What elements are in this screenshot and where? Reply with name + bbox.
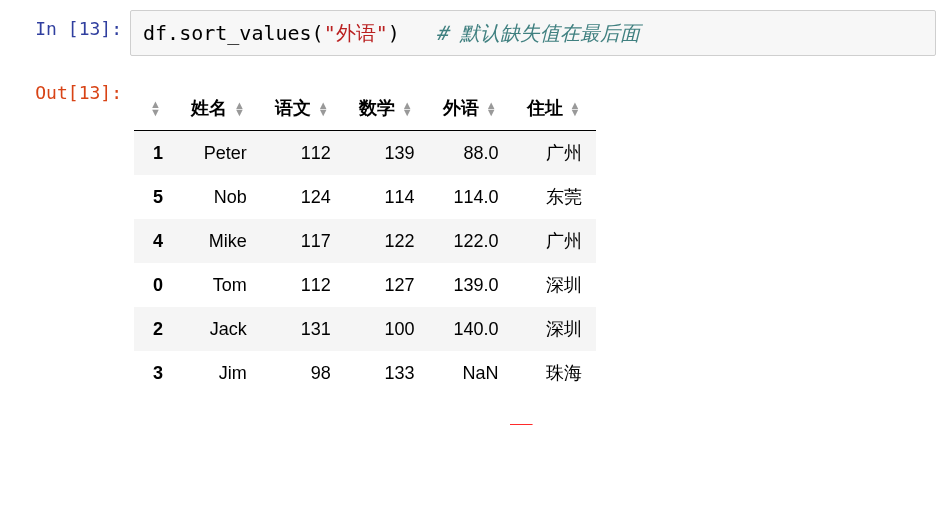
output-area: ▲▼姓名 ▲▼语文 ▲▼数学 ▲▼外语 ▲▼住址 ▲▼ 1Peter112139… [130,74,936,395]
table-cell: 广州 [513,219,597,263]
prompt-in-number: 13 [79,18,101,39]
table-cell: 112 [261,263,345,307]
prompt-in-prefix: In [ [35,18,78,39]
table-cell: 140.0 [429,307,513,351]
col-header-label: 语文 [275,98,311,118]
table-row: 2Jack131100140.0深圳 [134,307,596,351]
prompt-out-number: 13 [79,82,101,103]
table-cell: 117 [261,219,345,263]
code-token-func: sort_values [179,21,311,45]
code-token-dot: . [167,21,179,45]
table-cell: 131 [261,307,345,351]
table-cell: 深圳 [513,263,597,307]
table-row: 5Nob124114114.0东莞 [134,175,596,219]
col-header-label: 数学 [359,98,395,118]
sort-arrows-icon: ▲▼ [148,101,163,116]
table-cell: 88.0 [429,131,513,176]
col-header[interactable]: 数学 ▲▼ [345,86,429,131]
table-cell: 114 [345,175,429,219]
output-prompt: Out[13]: [0,74,130,103]
code-token-string-arg: "外语" [324,21,388,45]
col-header-label: 住址 [527,98,563,118]
col-header[interactable]: 住址 ▲▼ [513,86,597,131]
row-index: 5 [134,175,177,219]
table-row: 1Peter11213988.0广州 [134,131,596,176]
prompt-out-prefix: Out[ [35,82,78,103]
col-header-index[interactable]: ▲▼ [134,86,177,131]
code-input[interactable]: df.sort_values("外语") # 默认缺失值在最后面 [130,10,936,56]
table-cell: Tom [177,263,261,307]
code-token-lparen: ( [312,21,324,45]
sort-arrows-icon: ▲▼ [400,102,415,117]
output-cell: Out[13]: ▲▼姓名 ▲▼语文 ▲▼数学 ▲▼外语 ▲▼住址 ▲▼ 1Pe… [0,74,936,395]
table-cell: 122 [345,219,429,263]
table-cell: 133 [345,351,429,395]
input-cell: In [13]: df.sort_values("外语") # 默认缺失值在最后… [0,10,936,56]
table-cell: 112 [261,131,345,176]
table-cell: 珠海 [513,351,597,395]
table-cell: 139.0 [429,263,513,307]
table-header: ▲▼姓名 ▲▼语文 ▲▼数学 ▲▼外语 ▲▼住址 ▲▼ [134,86,596,131]
table-cell: Jack [177,307,261,351]
table-cell: Jim [177,351,261,395]
col-header-label: 姓名 [191,98,227,118]
input-prompt: In [13]: [0,10,130,39]
table-cell: Peter [177,131,261,176]
row-index: 0 [134,263,177,307]
sort-arrows-icon: ▲▼ [316,102,331,117]
annotation-arrow [510,424,650,425]
table-row: 3Jim98133NaN珠海 [134,351,596,395]
table-cell: 114.0 [429,175,513,219]
col-header[interactable]: 姓名 ▲▼ [177,86,261,131]
col-header[interactable]: 语文 ▲▼ [261,86,345,131]
dataframe-table: ▲▼姓名 ▲▼语文 ▲▼数学 ▲▼外语 ▲▼住址 ▲▼ 1Peter112139… [134,86,596,395]
row-index: 1 [134,131,177,176]
table-cell: 127 [345,263,429,307]
table-cell: Nob [177,175,261,219]
row-index: 4 [134,219,177,263]
sort-arrows-icon: ▲▼ [568,102,583,117]
table-cell: 东莞 [513,175,597,219]
table-cell: 139 [345,131,429,176]
sort-arrows-icon: ▲▼ [484,102,499,117]
table-cell: 深圳 [513,307,597,351]
code-token-spacer [400,21,436,45]
prompt-in-suffix: ]: [100,18,122,39]
sort-arrows-icon: ▲▼ [232,102,247,117]
code-token-comment: # 默认缺失值在最后面 [436,21,640,45]
table-cell: 124 [261,175,345,219]
table-row: 4Mike117122122.0广州 [134,219,596,263]
code-token-rparen: ) [388,21,400,45]
table-cell: 122.0 [429,219,513,263]
code-token-object: df [143,21,167,45]
col-header-label: 外语 [443,98,479,118]
table-cell: Mike [177,219,261,263]
row-index: 3 [134,351,177,395]
col-header[interactable]: 外语 ▲▼ [429,86,513,131]
table-cell: 广州 [513,131,597,176]
row-index: 2 [134,307,177,351]
table-body: 1Peter11213988.0广州5Nob124114114.0东莞4Mike… [134,131,596,396]
table-row: 0Tom112127139.0深圳 [134,263,596,307]
table-cell: NaN [429,351,513,395]
table-cell: 100 [345,307,429,351]
table-cell: 98 [261,351,345,395]
prompt-out-suffix: ]: [100,82,122,103]
